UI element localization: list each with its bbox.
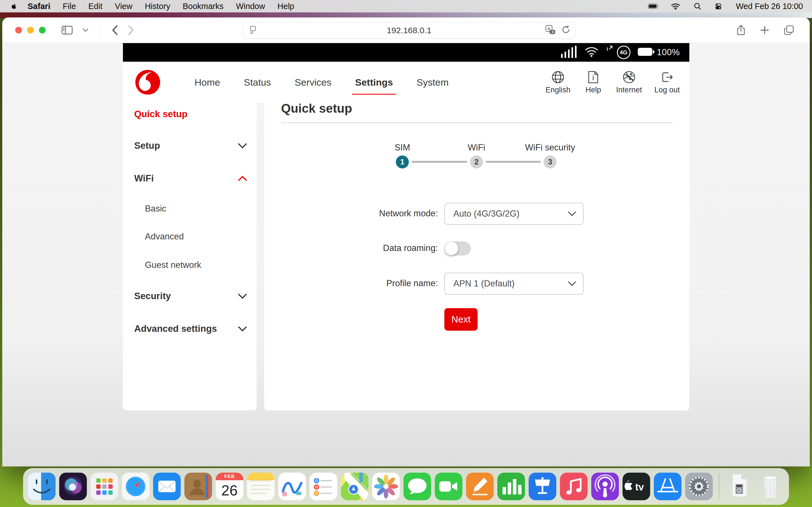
- dock-icon-safari[interactable]: [122, 473, 149, 500]
- menu-bar-status: Wed Feb 26 10:00: [648, 1, 803, 11]
- dock-icon-messages[interactable]: [403, 473, 431, 500]
- minimize-window-button[interactable]: [27, 27, 34, 34]
- share-icon[interactable]: [737, 24, 746, 36]
- menu-item-history[interactable]: History: [139, 2, 176, 11]
- control-center-icon[interactable]: [714, 1, 725, 11]
- page-column: 4G 100% HomeStatusServicesSettingsSystem…: [123, 43, 689, 103]
- wifi-icon[interactable]: [670, 1, 681, 11]
- dock-icon-mail[interactable]: [153, 473, 181, 500]
- network-mode-select[interactable]: Auto (4G/3G/2G): [444, 203, 583, 225]
- sidebar-item-label: WiFi: [134, 173, 154, 184]
- dock-icon-reminders[interactable]: [310, 473, 337, 500]
- dock-icon-facetime[interactable]: [435, 473, 462, 500]
- profile-name-select[interactable]: APN 1 (Default): [444, 273, 583, 295]
- main-nav: HomeStatusServicesSettingsSystem: [194, 76, 449, 89]
- dock-icon-music[interactable]: [560, 473, 588, 500]
- nav-tab-system[interactable]: System: [416, 76, 449, 89]
- address-bar[interactable]: 192.168.0.1 Ax: [243, 22, 576, 39]
- dock-icon-freeform[interactable]: [278, 473, 306, 500]
- sidebar-item-label: Quick setup: [134, 109, 188, 119]
- toolbar-left-group: [61, 24, 135, 36]
- calendar-month-label: FEB: [216, 473, 243, 480]
- sidebar-toggle-icon[interactable]: [61, 25, 73, 35]
- header-action-internet[interactable]: Internet: [616, 70, 642, 94]
- dock: FEB26tv: [23, 468, 789, 505]
- close-window-button[interactable]: [15, 27, 22, 34]
- menu-item-window[interactable]: Window: [230, 2, 271, 11]
- network-type-badge: 4G: [617, 46, 630, 59]
- sidebar-item-label: Basic: [145, 204, 166, 214]
- header-action-label: Log out: [654, 86, 680, 94]
- dock-icon-app-store[interactable]: [654, 473, 681, 500]
- dock-icon-keynote[interactable]: [529, 473, 556, 500]
- svg-text:tv: tv: [635, 482, 644, 492]
- step-connector: [412, 161, 467, 163]
- header-action-label: Internet: [616, 86, 642, 94]
- next-button[interactable]: Next: [444, 308, 477, 331]
- sidebar-item-label: Advanced: [145, 231, 184, 242]
- dock-icon-siri[interactable]: [59, 473, 87, 500]
- dock-icon-podcasts[interactable]: [591, 473, 619, 500]
- menu-item-view[interactable]: View: [109, 2, 139, 11]
- nav-tab-settings[interactable]: Settings: [354, 76, 393, 89]
- dock-icon-system-settings[interactable]: [685, 473, 713, 500]
- dock-icon-apple-tv[interactable]: tv: [622, 473, 650, 500]
- dock-icon-maps[interactable]: [341, 473, 368, 500]
- help-doc-icon: [587, 70, 600, 84]
- url-text[interactable]: 192.168.0.1: [243, 25, 575, 35]
- sidebar-item-guest-network[interactable]: Guest network: [145, 259, 247, 272]
- battery-icon[interactable]: [648, 1, 659, 11]
- menu-bar-clock[interactable]: Wed Feb 26 10:00: [736, 2, 803, 11]
- nav-tab-services[interactable]: Services: [294, 76, 332, 89]
- dock-icon-trash[interactable]: [756, 473, 784, 500]
- menu-item-file[interactable]: File: [57, 2, 82, 11]
- logout-icon: [660, 70, 674, 84]
- dock-icon-contacts[interactable]: [185, 473, 212, 500]
- dock-icon-notes[interactable]: [247, 473, 274, 500]
- apple-logo-icon[interactable]: [9, 1, 18, 11]
- menu-item-bookmarks[interactable]: Bookmarks: [176, 2, 230, 11]
- forward-button-icon[interactable]: [128, 25, 135, 35]
- internet-globe-icon: [622, 70, 636, 84]
- header-action-help[interactable]: Help: [583, 70, 604, 94]
- chevron-down-icon: [238, 293, 247, 299]
- sidebar-item-wifi[interactable]: WiFi: [134, 172, 247, 185]
- nav-tab-status[interactable]: Status: [243, 76, 271, 89]
- new-tab-icon[interactable]: [760, 24, 769, 36]
- header-action-label: Help: [586, 86, 601, 94]
- step-label-3: WiFi security: [505, 143, 595, 153]
- profile-name-label: Profile name:: [269, 278, 438, 288]
- back-button-icon[interactable]: [111, 25, 118, 35]
- dock-icon-pages[interactable]: [466, 473, 494, 500]
- tab-overview-icon[interactable]: [784, 24, 794, 36]
- dock-icon-numbers[interactable]: [497, 473, 525, 500]
- step-circle-3: 3: [544, 156, 557, 168]
- header-action-log-out[interactable]: Log out: [654, 70, 680, 94]
- data-roaming-toggle[interactable]: [444, 241, 471, 256]
- sidebar-item-basic[interactable]: Basic: [145, 202, 247, 215]
- sidebar-item-security[interactable]: Security: [134, 290, 247, 302]
- sidebar-item-advanced-settings[interactable]: Advanced settings: [134, 322, 247, 335]
- menu-item-help[interactable]: Help: [271, 2, 301, 11]
- menu-item-safari[interactable]: Safari: [21, 2, 57, 11]
- dock-icon-calendar[interactable]: FEB26: [216, 473, 243, 500]
- settings-sidebar: Quick setupSetupWiFiBasicAdvancedGuest n…: [123, 95, 257, 410]
- chevron-down-icon[interactable]: [82, 28, 89, 32]
- vodafone-logo-icon[interactable]: [135, 69, 161, 95]
- dock-icon-launchpad[interactable]: [91, 473, 118, 500]
- sidebar-item-advanced[interactable]: Advanced: [145, 230, 247, 243]
- sidebar-item-quick-setup[interactable]: Quick setup: [134, 108, 247, 121]
- spotlight-search-icon[interactable]: [692, 1, 703, 11]
- toolbar-right-group: [737, 24, 794, 36]
- dock-icon-document-stack[interactable]: [725, 473, 753, 500]
- nav-tab-home[interactable]: Home: [194, 76, 221, 89]
- dock-icon-photos[interactable]: [372, 473, 400, 500]
- page-title: Quick setup: [281, 101, 352, 115]
- menu-item-edit[interactable]: Edit: [82, 2, 109, 11]
- sidebar-item-setup[interactable]: Setup: [134, 139, 247, 152]
- webpage: 4G 100% HomeStatusServicesSettingsSystem…: [2, 43, 810, 466]
- dock-icon-finder[interactable]: [28, 473, 56, 500]
- title-divider: [281, 122, 672, 123]
- zoom-window-button[interactable]: [39, 27, 46, 34]
- header-action-english[interactable]: English: [546, 70, 571, 94]
